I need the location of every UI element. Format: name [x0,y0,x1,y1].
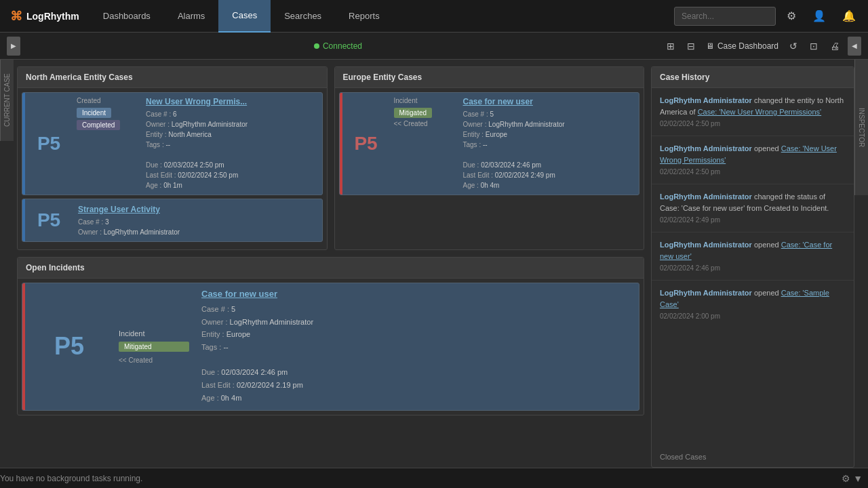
incident-mitigated-badge: Mitigated [119,342,189,352]
current-case-tab[interactable]: CURRENT CASE [0,60,14,141]
case-history-panel: Case History LogRhythm Administrator cha… [651,66,854,468]
status-message: You have no background tasks running. [0,474,142,483]
completed-badge-1: Completed [77,120,120,130]
incident-badge-1: Incident [77,108,111,118]
user-icon[interactable]: 👤 [807,7,831,25]
north-america-cases-box: North America Entity Cases P5 Created In… [17,66,328,250]
case-status-col-1: Created Incident Completed [73,93,140,195]
sub-header-icons: ↺ ⊡ 🖨 ◀ [785,37,861,56]
connected-dot [314,43,319,49]
europe-case-title[interactable]: Case for new user [463,97,634,106]
case-priority-1: P5 [25,93,73,195]
list-item: LogRhythm Administrator changed the enti… [652,88,854,136]
left-panel: North America Entity Cases P5 Created In… [17,60,644,468]
case-priority-2: P5 [25,199,73,241]
europe-status-col: Incident Mitigated << Created [390,93,458,195]
incident-title[interactable]: Case for new user [201,289,632,299]
case-history-header: Case History [652,67,854,88]
case-title-2[interactable]: Strange User Activity [78,205,317,214]
bell-icon[interactable]: 🔔 [837,7,861,25]
nav-searches[interactable]: Searches [271,0,335,33]
layout-icon-2[interactable]: ⊟ [683,39,699,53]
incident-meta: Case # : 5 Owner : LogRhythm Administrat… [201,303,632,405]
expand-icon[interactable]: ⊡ [806,39,822,53]
europe-body: P5 Incident Mitigated << Created Case fo… [335,88,644,203]
nav-reports[interactable]: Reports [335,0,393,33]
case-info-2: Strange User Activity Case # : 3 Owner :… [73,199,322,241]
logo-icon: ⌘ [10,9,22,24]
open-incidents-header: Open Incidents [18,258,644,279]
incident-priority: P5 [25,283,113,410]
europe-header: Europe Entity Cases [335,67,644,88]
nav-cases[interactable]: Cases [218,0,271,33]
table-row: P5 Strange User Activity Case # : 3 Owne… [22,199,323,242]
case-info-1: New User Wrong Permis... Case # : 6 Owne… [140,93,322,195]
search-input[interactable] [674,7,776,26]
history-link-0[interactable]: Case: 'New User Wrong Permissions' [698,108,822,116]
incident-info: Case for new user Case # : 5 Owner : Log… [195,283,639,410]
case-meta-1: Case # : 6 Owner : LogRhythm Administrat… [146,109,317,190]
nav-dashboards[interactable]: Dashboards [90,0,164,33]
connected-label: Connected [323,41,362,51]
europe-case-priority: P5 [342,93,390,195]
closed-cases-section: Closed Cases [652,447,854,467]
right-toggle-button[interactable]: ◀ [848,37,861,56]
entity-cases-section: North America Entity Cases P5 Created In… [17,66,644,250]
nav-alarms[interactable]: Alarms [164,0,218,33]
list-item: LogRhythm Administrator opened Case: 'Ca… [652,232,854,281]
incident-status-col: Incident Mitigated << Created [113,283,195,410]
list-item: LogRhythm Administrator changed the stat… [652,184,854,232]
europe-cases-box: Europe Entity Cases P5 Incident Mitigate… [334,66,645,250]
list-item: P5 Incident Mitigated << Created Case fo… [22,283,639,411]
list-item: LogRhythm Administrator opened Case: 'Sa… [652,281,854,328]
list-item: LogRhythm Administrator opened Case: 'Ne… [652,136,854,184]
history-list: LogRhythm Administrator changed the enti… [652,88,854,443]
filter-icon[interactable]: ⚙ [781,7,802,25]
open-incidents-body: P5 Incident Mitigated << Created Case fo… [18,279,644,415]
open-incidents-box: Open Incidents P5 Incident Mitigated << … [17,257,644,415]
main-content: North America Entity Cases P5 Created In… [0,60,868,468]
nav-right: ⚙ 👤 🔔 [674,7,868,26]
table-row: P5 Incident Mitigated << Created Case fo… [339,92,640,195]
settings-icon[interactable]: ⚙ [842,473,850,484]
refresh-icon[interactable]: ↺ [785,39,802,53]
north-america-header: North America Entity Cases [18,67,327,88]
europe-case-meta: Case # : 5 Owner : LogRhythm Administrat… [463,109,634,190]
status-bar: You have no background tasks running. ⚙ … [0,468,868,488]
print-icon[interactable]: 🖨 [826,39,844,53]
top-nav: ⌘ LogRhythm Dashboards Alarms Cases Sear… [0,0,868,33]
sidebar-toggle-button[interactable]: ▶ [7,37,20,56]
download-icon[interactable]: ▼ [853,473,863,484]
sub-header: ▶ Connected ⊞ ⊟ 🖥 Case Dashboard ↺ ⊡ 🖨 ◀ [0,33,868,60]
inspector-tab[interactable]: INSPECTOR [854,60,868,195]
connected-badge: Connected [314,41,362,51]
europe-case-info: Case for new user Case # : 5 Owner : Log… [458,93,639,195]
logo: ⌘ LogRhythm [0,9,90,24]
north-america-body: P5 Created Incident Completed New User W… [18,88,327,249]
table-row: P5 Created Incident Completed New User W… [22,92,323,195]
layout-icon-1[interactable]: ⊞ [663,39,679,53]
logo-text: LogRhythm [26,11,79,22]
mitigated-badge: Mitigated [394,108,433,118]
case-dashboard-label: 🖥 Case Dashboard [706,41,778,51]
status-bar-right: ⚙ ▼ [842,473,868,484]
monitor-icon: 🖥 [706,41,714,51]
case-title-1[interactable]: New User Wrong Permis... [146,97,317,106]
case-meta-2: Case # : 3 Owner : LogRhythm Administrat… [78,217,317,237]
